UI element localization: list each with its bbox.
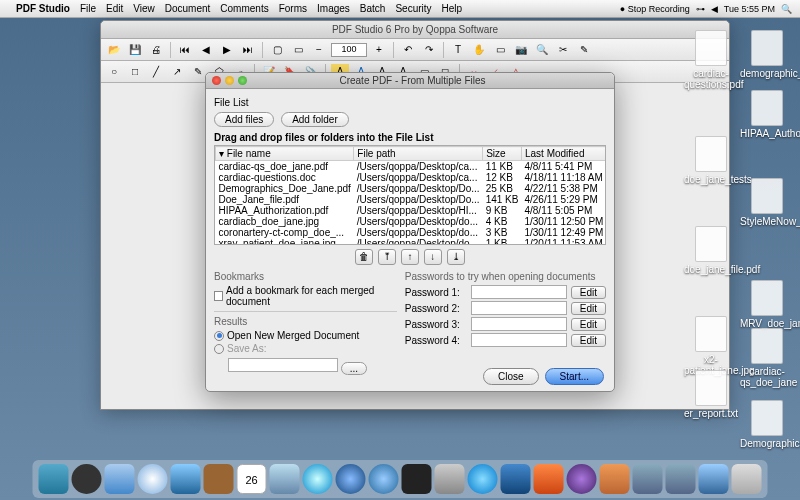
file-list-table[interactable]: ▾ File name File path Size Last Modified…: [214, 145, 606, 245]
pwd1-edit-button[interactable]: Edit: [571, 286, 606, 299]
menu-security[interactable]: Security: [395, 3, 431, 14]
loupe-icon[interactable]: 🔍: [533, 42, 551, 58]
dock-ichat-icon[interactable]: [171, 464, 201, 494]
desktop-file-icon[interactable]: doe_jane_file.pdf: [684, 226, 738, 275]
dock-ppt-icon[interactable]: [534, 464, 564, 494]
stop-recording-button[interactable]: ● Stop Recording: [620, 4, 690, 14]
desktop-file-icon[interactable]: StyleMeNow_screen.pdf: [740, 178, 794, 227]
dock-downloads-icon[interactable]: [699, 464, 729, 494]
fit-width-icon[interactable]: ▭: [289, 42, 307, 58]
desktop-file-icon[interactable]: cardiac-questions.pdf: [684, 30, 738, 90]
col-size[interactable]: Size: [483, 147, 522, 161]
menu-comments[interactable]: Comments: [220, 3, 268, 14]
move-top-button[interactable]: ⤒: [378, 249, 396, 265]
delete-button[interactable]: 🗑: [355, 249, 373, 265]
next-page-icon[interactable]: ▶: [218, 42, 236, 58]
menu-batch[interactable]: Batch: [360, 3, 386, 14]
rotate-right-icon[interactable]: ↷: [420, 42, 438, 58]
menu-file[interactable]: File: [80, 3, 96, 14]
zoom-in-icon[interactable]: +: [370, 42, 388, 58]
wifi-icon[interactable]: ⊶: [696, 4, 705, 14]
bookmark-checkbox[interactable]: [214, 291, 223, 301]
save-icon[interactable]: 💾: [126, 42, 144, 58]
dock-ical-icon[interactable]: 26: [237, 464, 267, 494]
save-as-radio[interactable]: [214, 344, 224, 354]
desktop-file-icon[interactable]: HIPAA_Authorization.pdf: [740, 90, 794, 139]
dock-appstore-icon[interactable]: [336, 464, 366, 494]
dock-mail-icon[interactable]: [105, 464, 135, 494]
dock-skype-icon[interactable]: [468, 464, 498, 494]
dock-safari-icon[interactable]: [138, 464, 168, 494]
dock[interactable]: 26: [33, 460, 768, 498]
snapshot-icon[interactable]: 📷: [512, 42, 530, 58]
start-button[interactable]: Start...: [545, 368, 604, 385]
dock-app2-icon[interactable]: [666, 464, 696, 494]
text-tool-icon[interactable]: T: [449, 42, 467, 58]
pwd2-edit-button[interactable]: Edit: [571, 302, 606, 315]
pwd4-field[interactable]: [471, 333, 567, 347]
menu-images[interactable]: Images: [317, 3, 350, 14]
dock-word-icon[interactable]: [501, 464, 531, 494]
pwd1-field[interactable]: [471, 285, 567, 299]
zoom-out-icon[interactable]: −: [310, 42, 328, 58]
crop-icon[interactable]: ✂: [554, 42, 572, 58]
circle-tool-icon[interactable]: ○: [105, 64, 123, 80]
col-filename[interactable]: ▾ File name: [216, 147, 354, 161]
table-row[interactable]: cardiacb_doe_jane.jpg/Users/qoppa/Deskto…: [216, 216, 607, 227]
line-tool-icon[interactable]: ╱: [147, 64, 165, 80]
first-page-icon[interactable]: ⏮: [176, 42, 194, 58]
fit-page-icon[interactable]: ▢: [268, 42, 286, 58]
print-icon[interactable]: 🖨: [147, 42, 165, 58]
volume-icon[interactable]: ◀: [711, 4, 718, 14]
dock-trash-icon[interactable]: [732, 464, 762, 494]
table-row[interactable]: xray_patient_doe_jane.jpg/Users/qoppa/De…: [216, 238, 607, 245]
dialog-titlebar[interactable]: Create PDF - From Multiple Files: [206, 73, 614, 89]
desktop-file-icon[interactable]: x2-patient_jane.jpg: [684, 316, 738, 376]
browse-button[interactable]: ...: [341, 362, 367, 375]
desktop-file-icon[interactable]: cardiac-qs_doe_jane: [740, 328, 794, 388]
dock-terminal-icon[interactable]: [402, 464, 432, 494]
dock-app1-icon[interactable]: [633, 464, 663, 494]
dock-sysprefs-icon[interactable]: [435, 464, 465, 494]
close-button[interactable]: Close: [483, 368, 539, 385]
dock-eclipse-icon[interactable]: [567, 464, 597, 494]
dock-preview-icon[interactable]: [270, 464, 300, 494]
edit-icon[interactable]: ✎: [575, 42, 593, 58]
dock-finder-icon[interactable]: [39, 464, 69, 494]
save-as-field[interactable]: [228, 358, 338, 372]
menu-document[interactable]: Document: [165, 3, 211, 14]
app-menu[interactable]: PDF Studio: [16, 3, 70, 14]
spotlight-icon[interactable]: 🔍: [781, 4, 792, 14]
pwd4-edit-button[interactable]: Edit: [571, 334, 606, 347]
zoom-input[interactable]: 100: [331, 43, 367, 57]
desktop-file-icon[interactable]: MRV_doe_jane.jpg: [740, 280, 794, 329]
dock-pdfstudio-icon[interactable]: [600, 464, 630, 494]
desktop-file-icon[interactable]: er_report.txt: [684, 370, 738, 419]
pwd3-edit-button[interactable]: Edit: [571, 318, 606, 331]
rotate-left-icon[interactable]: ↶: [399, 42, 417, 58]
dock-itunes-icon[interactable]: [303, 464, 333, 494]
dock-quicktime-icon[interactable]: [369, 464, 399, 494]
arrow-tool-icon[interactable]: ↗: [168, 64, 186, 80]
desktop-file-icon[interactable]: Demographics_Doe_l.pdf: [740, 400, 794, 449]
table-row[interactable]: cardiac-questions.doc/Users/qoppa/Deskto…: [216, 172, 607, 183]
menu-view[interactable]: View: [133, 3, 155, 14]
move-down-button[interactable]: ↓: [424, 249, 442, 265]
add-folder-button[interactable]: Add folder: [281, 112, 349, 127]
menu-forms[interactable]: Forms: [279, 3, 307, 14]
col-filepath[interactable]: File path: [354, 147, 483, 161]
square-tool-icon[interactable]: □: [126, 64, 144, 80]
table-row[interactable]: coronartery-ct-comp_doe_.../Users/qoppa/…: [216, 227, 607, 238]
col-modified[interactable]: Last Modified: [521, 147, 606, 161]
dock-addressbook-icon[interactable]: [204, 464, 234, 494]
desktop-file-icon[interactable]: doe_jane_tests: [684, 136, 738, 185]
menu-help[interactable]: Help: [442, 3, 463, 14]
select-tool-icon[interactable]: ▭: [491, 42, 509, 58]
table-row[interactable]: HIPAA_Authorization.pdf/Users/qoppa/Desk…: [216, 205, 607, 216]
move-up-button[interactable]: ↑: [401, 249, 419, 265]
pwd2-field[interactable]: [471, 301, 567, 315]
menu-edit[interactable]: Edit: [106, 3, 123, 14]
open-icon[interactable]: 📂: [105, 42, 123, 58]
move-bottom-button[interactable]: ⤓: [447, 249, 465, 265]
dock-dashboard-icon[interactable]: [72, 464, 102, 494]
